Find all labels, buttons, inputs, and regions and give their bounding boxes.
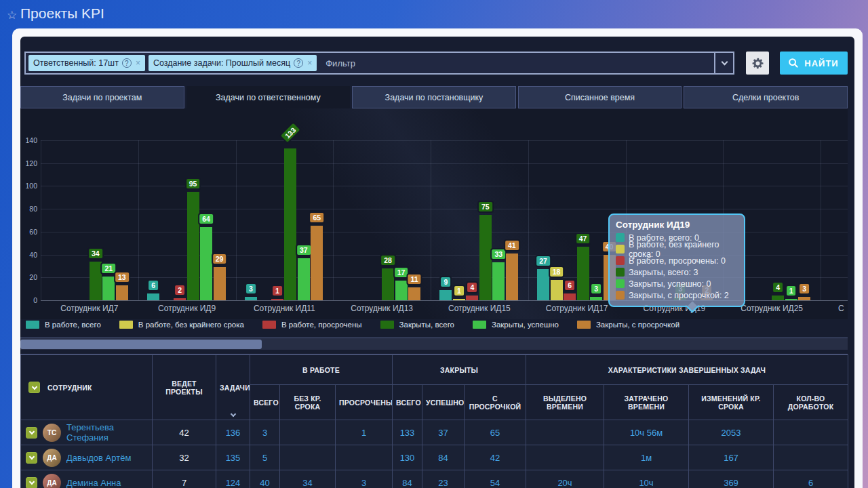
- filter-dropdown-toggle[interactable]: [714, 53, 733, 73]
- employee-table: СОТРУДНИКВЕДЕТ ПРОЕКТЫЗАДАЧИВ РАБОТЕЗАКР…: [20, 354, 848, 488]
- help-icon[interactable]: ?: [294, 58, 303, 68]
- tab-1[interactable]: Задачи по проектам: [20, 86, 184, 108]
- bar-Закрыты, успешно[interactable]: [102, 277, 115, 300]
- employee-name-link[interactable]: Демина Анна: [66, 478, 121, 488]
- col-header[interactable]: ХАРАКТЕРИСТИКИ ЗАВЕРШЕННЫХ ЗАДАЧ: [526, 355, 848, 385]
- data-cell: [526, 445, 604, 470]
- bar-Закрыты, с просрочкой[interactable]: [408, 287, 420, 300]
- check-icon: [28, 429, 34, 434]
- filter-tag[interactable]: Создание задачи: Прошлый месяц?×: [149, 55, 317, 71]
- col-subheader[interactable]: КОЛ-ВО ДОРАБОТОК: [774, 385, 848, 420]
- data-cell: 10ч: [604, 470, 689, 488]
- col-subheader[interactable]: ВСЕГО: [250, 385, 280, 420]
- col-subheader[interactable]: ИЗМЕНЕНИЙ КР. СРОКА: [689, 385, 774, 420]
- chart-legend: В работе, всегоВ работе, без крайнего ср…: [26, 321, 679, 329]
- filter-tag[interactable]: Ответственный: 17шт?×: [28, 55, 145, 71]
- check-icon: [28, 454, 34, 460]
- col-subheader[interactable]: ПРОСРОЧЕНЫ: [336, 385, 393, 420]
- col-header[interactable]: В РАБОТЕ: [250, 355, 393, 385]
- bar-Закрыты, всего[interactable]: [382, 268, 394, 300]
- bar-В работе, просрочены[interactable]: [564, 293, 576, 300]
- tooltip-swatch: [616, 256, 625, 265]
- bar-Закрыты, успешно[interactable]: [298, 258, 310, 300]
- legend-item[interactable]: В работе, просрочены: [262, 321, 362, 329]
- bar-Закрыты, успешно[interactable]: [492, 262, 505, 300]
- bar-chart: 020406080100120140Сотрудник ИД7Сотрудник…: [20, 108, 848, 319]
- col-subheader[interactable]: С ПРОСРОЧКОЙ: [465, 385, 526, 420]
- row-checkbox[interactable]: [26, 452, 37, 464]
- select-all-checkbox[interactable]: [28, 382, 40, 393]
- filter-search-input[interactable]: [320, 58, 714, 68]
- data-cell: 40: [250, 470, 280, 488]
- bar-В работе, просрочены[interactable]: [271, 299, 283, 300]
- bar-Закрыты, успешно[interactable]: [395, 281, 408, 300]
- bar-В работе, просрочены[interactable]: [174, 298, 186, 300]
- col-subheader[interactable]: ВСЕГО: [393, 385, 422, 420]
- col-header[interactable]: ЗАДАЧИ: [216, 355, 250, 420]
- legend-item[interactable]: В работе, всего: [26, 321, 101, 329]
- data-cell: 84: [422, 445, 465, 470]
- bar-Закрыты, с просрочкой[interactable]: [311, 226, 323, 300]
- col-subheader[interactable]: ЗАТРАЧЕНО ВРЕМЕНИ: [604, 385, 689, 420]
- remove-tag-icon[interactable]: ×: [136, 58, 140, 68]
- bar-В работе, без крайнего срока[interactable]: [551, 280, 563, 300]
- bar-Закрыты, всего[interactable]: [90, 262, 102, 300]
- search-button[interactable]: НАЙТИ: [780, 52, 848, 75]
- bar-Закрыты, всего[interactable]: [577, 247, 589, 300]
- bar-В работе, без крайнего срока[interactable]: [453, 299, 465, 300]
- col-subheader[interactable]: УСПЕШНО: [422, 385, 465, 420]
- bar-Закрыты, всего[interactable]: [284, 148, 296, 300]
- bar-Закрыты, всего[interactable]: [187, 192, 199, 300]
- bar-Закрыты, с просрочкой[interactable]: [116, 285, 128, 300]
- bar-Закрыты, всего[interactable]: [772, 296, 784, 300]
- bar-Закрыты, успешно[interactable]: [590, 297, 602, 300]
- legend-label: В работе, просрочены: [281, 321, 362, 329]
- bar-В работе, всего[interactable]: [439, 290, 452, 300]
- row-checkbox[interactable]: [26, 477, 37, 488]
- help-icon[interactable]: ?: [122, 58, 132, 68]
- legend-item[interactable]: Закрыты, с просрочкой: [577, 321, 679, 329]
- col-header[interactable]: ВЕДЕТ ПРОЕКТЫ: [153, 355, 216, 420]
- chart-scrollbar[interactable]: [20, 338, 848, 350]
- legend-item[interactable]: Закрыты, всего: [380, 321, 454, 329]
- bar-В работе, всего[interactable]: [245, 297, 257, 300]
- bar-Закрыты, успешно[interactable]: [200, 227, 212, 300]
- bar-В работе, всего[interactable]: [537, 269, 549, 300]
- employee-name-link[interactable]: Давыдов Артём: [66, 453, 131, 463]
- remove-tag-icon[interactable]: ×: [307, 58, 312, 68]
- bar-Закрыты, с просрочкой[interactable]: [506, 253, 518, 300]
- employee-name-link[interactable]: Терентьева Стефания: [66, 422, 151, 443]
- gear-icon: [751, 57, 764, 70]
- row-checkbox[interactable]: [26, 427, 37, 439]
- col-subheader[interactable]: БЕЗ КР. СРОКА: [280, 385, 336, 420]
- tab-2[interactable]: Задачи по ответственному: [186, 86, 351, 108]
- bar-В работе, просрочены[interactable]: [466, 296, 478, 300]
- col-header[interactable]: СОТРУДНИК: [21, 355, 153, 420]
- bar-В работе, всего[interactable]: [147, 293, 159, 300]
- col-header[interactable]: ЗАКРЫТЫ: [393, 355, 526, 385]
- y-axis-tick: 120: [20, 159, 37, 167]
- tab-4[interactable]: Списанное время: [518, 86, 682, 108]
- bar-value-label: 29: [212, 253, 228, 265]
- tooltip-swatch: [616, 245, 625, 253]
- col-subheader[interactable]: ВЫДЕЛЕНО ВРЕМЕНИ: [526, 385, 604, 420]
- tab-3[interactable]: Задачи по постановщику: [352, 86, 516, 108]
- favorite-star-icon[interactable]: ☆: [7, 8, 17, 22]
- x-axis-category: Сотрудник ИД7: [41, 304, 138, 313]
- bar-Закрыты, с просрочкой[interactable]: [798, 297, 810, 300]
- bar-Закрыты, успешно[interactable]: [785, 299, 797, 300]
- gridline-y: [41, 163, 848, 164]
- filter-tag-label: Создание задачи: Прошлый месяц: [153, 58, 290, 68]
- legend-item[interactable]: Закрыты, успешно: [473, 321, 559, 329]
- bar-Закрыты, всего[interactable]: [479, 215, 492, 300]
- bar-Закрыты, с просрочкой[interactable]: [214, 267, 226, 300]
- tooltip-row: Закрыты, всего: 3: [616, 266, 738, 278]
- tab-5[interactable]: Сделки проектов: [684, 86, 848, 108]
- legend-item[interactable]: В работе, без крайнего срока: [119, 321, 244, 329]
- employee-cell-content: ДАДемина Анна: [22, 474, 151, 488]
- settings-button[interactable]: [746, 52, 769, 75]
- sort-icon[interactable]: [230, 411, 235, 417]
- filter-field[interactable]: Ответственный: 17шт?×Создание задачи: Пр…: [24, 52, 734, 75]
- data-cell: 3: [336, 470, 393, 488]
- chart-scrollbar-thumb[interactable]: [20, 340, 262, 349]
